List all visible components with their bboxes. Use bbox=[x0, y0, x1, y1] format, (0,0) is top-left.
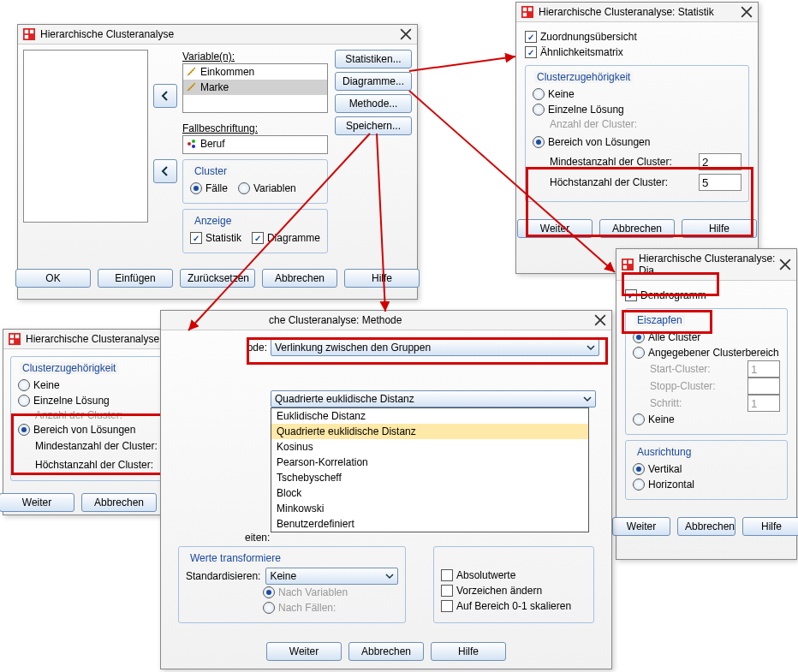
membership-group-label: Clusterzugehörigkeit bbox=[534, 71, 633, 83]
continue-button[interactable]: Weiter bbox=[517, 219, 593, 238]
dendrogram-check[interactable]: Dendrogramm bbox=[625, 288, 788, 303]
spss-icon bbox=[521, 6, 533, 18]
standardize-label: Standardisieren: bbox=[186, 570, 260, 582]
membership-range-radio[interactable]: Bereich von Lösungen bbox=[533, 134, 741, 150]
membership-single-radio[interactable]: Einzelne Lösung bbox=[533, 102, 741, 117]
plots-button[interactable]: Diagramme... bbox=[335, 72, 412, 91]
cancel-button[interactable]: Abbrechen bbox=[348, 642, 424, 661]
caselabel-label: Fallbeschriftung: bbox=[182, 122, 328, 135]
svg-rect-18 bbox=[10, 340, 14, 343]
cancel-button[interactable]: Abbrechen bbox=[677, 517, 735, 536]
all-clusters-radio[interactable]: Alle Cluster bbox=[633, 330, 780, 345]
max-cluster-input[interactable] bbox=[699, 174, 741, 191]
measure-option[interactable]: Tschebyscheff bbox=[271, 470, 588, 485]
svg-rect-9 bbox=[528, 8, 532, 11]
method-dialog: che Clusteranalyse: Methode ode: Verlink… bbox=[160, 310, 612, 669]
save-button[interactable]: Speichern... bbox=[335, 116, 412, 135]
measure-dropdown-list[interactable]: Euklidische Distanz Quadrierte euklidisc… bbox=[271, 407, 589, 532]
ok-button[interactable]: OK bbox=[15, 269, 91, 288]
measure-option[interactable]: Block bbox=[271, 485, 588, 501]
cluster-group-label: Cluster bbox=[192, 165, 229, 177]
stop-label: Stopp-Cluster: bbox=[650, 380, 716, 392]
source-variables-list[interactable] bbox=[23, 50, 148, 223]
chevron-down-icon bbox=[583, 395, 592, 403]
svg-rect-17 bbox=[15, 335, 19, 338]
paste-button[interactable]: Einfügen bbox=[98, 269, 173, 288]
sign-check[interactable]: Vorzeichen ändern bbox=[441, 583, 587, 598]
reset-button[interactable]: Zurücksetzen bbox=[180, 269, 255, 288]
display-diag-check[interactable]: Diagramme bbox=[252, 230, 320, 246]
close-icon[interactable] bbox=[400, 28, 412, 40]
cluster-vars-radio[interactable]: Variablen bbox=[238, 181, 296, 196]
svg-point-4 bbox=[188, 142, 191, 146]
continue-button[interactable]: Weiter bbox=[0, 493, 74, 512]
measure-option[interactable]: Minkowski bbox=[271, 501, 588, 516]
diag-dialog: Hierarchische Clusteranalyse: Dia... Den… bbox=[616, 248, 797, 560]
target-variables-list[interactable]: Einkommen Marke bbox=[182, 63, 328, 113]
horizontal-radio[interactable]: Horizontal bbox=[633, 477, 780, 492]
measure-option[interactable]: Quadrierte euklidische Distanz bbox=[271, 424, 588, 439]
spss-icon bbox=[9, 333, 21, 345]
min-cluster-input[interactable] bbox=[699, 153, 741, 170]
min-cluster-label: Mindestanzahl der Cluster: bbox=[35, 440, 158, 452]
help-button[interactable]: Hilfe bbox=[682, 219, 757, 238]
abs-check[interactable]: Absolutwerte bbox=[441, 568, 587, 583]
nominal-icon bbox=[187, 139, 197, 149]
scale-icon bbox=[187, 82, 197, 92]
spss-icon bbox=[622, 259, 634, 271]
statistics-button[interactable]: Statistiken... bbox=[335, 50, 412, 68]
help-button[interactable]: Hilfe bbox=[344, 269, 420, 288]
proximity-check[interactable]: Ähnlichkeitsmatrix bbox=[525, 45, 749, 60]
stop-input bbox=[747, 378, 780, 395]
transform-group-label: Werte transformiere bbox=[188, 552, 283, 564]
help-button[interactable]: Hilfe bbox=[431, 642, 506, 661]
move-caselabel-button[interactable] bbox=[153, 159, 177, 183]
cancel-button[interactable]: Abbrechen bbox=[81, 493, 157, 512]
close-icon[interactable] bbox=[741, 6, 753, 18]
svg-rect-14 bbox=[623, 265, 627, 269]
chevron-down-icon bbox=[385, 572, 394, 580]
standardize-dropdown[interactable]: Keine bbox=[265, 568, 398, 585]
cancel-button[interactable]: Abbrechen bbox=[599, 219, 675, 238]
icicle-none-radio[interactable]: Keine bbox=[633, 412, 780, 427]
main-dialog: Hierarchische Clusteranalyse Variable(n)… bbox=[17, 24, 418, 300]
help-button[interactable]: Hilfe bbox=[742, 517, 798, 536]
dialog-title: che Clusteranalyse: Methode bbox=[269, 314, 594, 326]
rescale-check[interactable]: Auf Bereich 0-1 skalieren bbox=[441, 598, 587, 614]
method-button[interactable]: Methode... bbox=[335, 94, 412, 113]
orient-group-label: Ausrichtung bbox=[634, 446, 694, 458]
svg-point-5 bbox=[192, 140, 195, 143]
svg-rect-2 bbox=[30, 30, 33, 33]
measure-option[interactable]: Kosinus bbox=[271, 439, 588, 455]
start-input bbox=[747, 360, 780, 378]
membership-group-label: Clusterzugehörigkeit bbox=[20, 362, 118, 374]
move-variable-button[interactable] bbox=[153, 84, 177, 108]
method-dropdown[interactable]: Verlinkung zwischen den Gruppen bbox=[271, 339, 599, 356]
agglom-check[interactable]: Zuordnungsübersicht bbox=[525, 29, 749, 45]
caselabel-box[interactable]: Beruf bbox=[182, 135, 328, 154]
continue-button[interactable]: Weiter bbox=[266, 642, 342, 661]
svg-rect-3 bbox=[25, 35, 28, 39]
cluster-cases-radio[interactable]: Fälle bbox=[190, 181, 228, 196]
continue-button[interactable]: Weiter bbox=[612, 517, 670, 536]
display-stat-check[interactable]: Statistik bbox=[190, 230, 241, 246]
step-label: Schritt: bbox=[650, 397, 682, 409]
svg-line-19 bbox=[409, 56, 515, 71]
range-cluster-radio[interactable]: Angegebener Clusterbereich bbox=[633, 345, 780, 360]
measure-option[interactable]: Benutzerdefiniert bbox=[271, 516, 588, 532]
partial-label: eiten: bbox=[245, 532, 270, 544]
single-count-label: Anzahl der Cluster: bbox=[533, 117, 741, 131]
close-icon[interactable] bbox=[779, 259, 791, 271]
cancel-button[interactable]: Abbrechen bbox=[262, 269, 337, 288]
dialog-title: Hierarchische Clusteranalyse: Dia... bbox=[639, 253, 779, 277]
vertical-radio[interactable]: Vertikal bbox=[633, 461, 780, 477]
measure-dropdown[interactable]: Quadrierte euklidische Distanz bbox=[271, 390, 596, 407]
max-cluster-label: Höchstanzahl der Cluster: bbox=[550, 176, 668, 188]
stat-dialog: Hierarchische Clusteranalyse: Statistik … bbox=[515, 2, 759, 274]
variables-label: Variable(n): bbox=[182, 50, 328, 63]
measure-option[interactable]: Pearson-Korrelation bbox=[271, 455, 588, 470]
membership-none-radio[interactable]: Keine bbox=[533, 86, 741, 102]
close-icon[interactable] bbox=[594, 314, 606, 326]
svg-rect-1 bbox=[25, 30, 28, 33]
measure-option[interactable]: Euklidische Distanz bbox=[271, 408, 588, 424]
